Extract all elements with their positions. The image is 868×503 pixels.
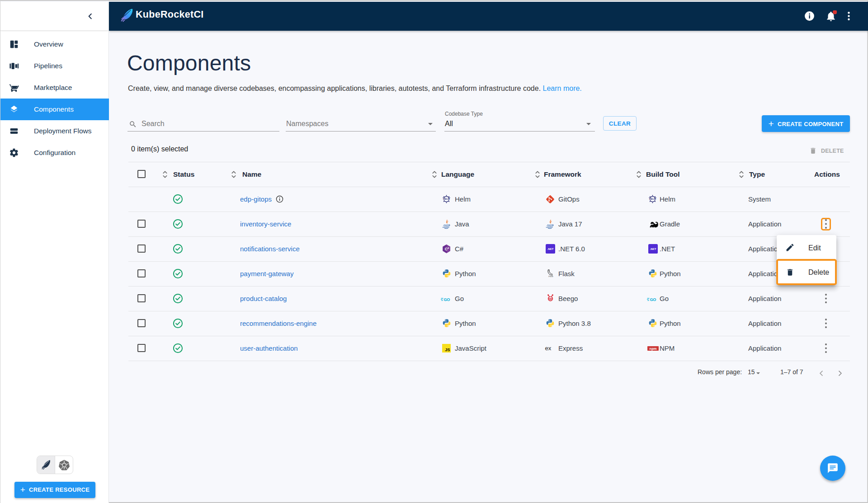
svg-text:.NET: .NET bbox=[547, 247, 554, 250]
svg-text:HELM: HELM bbox=[649, 197, 656, 200]
svg-text:GO: GO bbox=[443, 297, 450, 302]
svg-text:HELM: HELM bbox=[443, 197, 450, 200]
svg-text:JS: JS bbox=[445, 348, 450, 352]
svg-text:GO: GO bbox=[650, 297, 656, 302]
svg-text:#: # bbox=[448, 246, 449, 249]
svg-text:Flask: Flask bbox=[548, 275, 553, 277]
svg-text:npm: npm bbox=[650, 347, 657, 351]
svg-text:ex: ex bbox=[545, 346, 552, 352]
svg-text:.NET: .NET bbox=[650, 247, 656, 250]
